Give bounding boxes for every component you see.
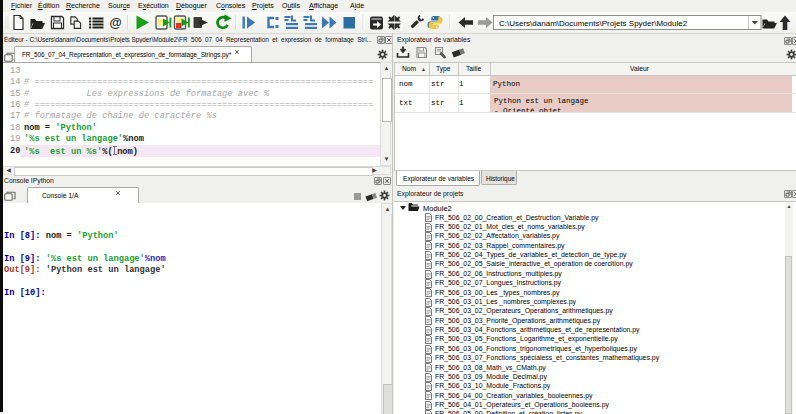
svg-text:@: @ [109, 16, 121, 30]
svg-text:C:\Users\danam\Documents\Proje: C:\Users\danam\Documents\Projets Spyder\… [499, 19, 688, 28]
